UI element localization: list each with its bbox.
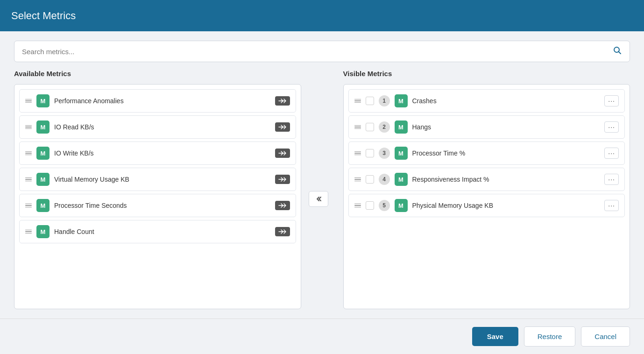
available-metric-item[interactable]: M IO Write KB/s bbox=[19, 142, 296, 165]
visible-metrics-title: Visible Metrics bbox=[343, 70, 630, 79]
available-metric-item[interactable]: M Processor Time Seconds bbox=[19, 194, 296, 217]
drag-handle bbox=[25, 125, 32, 129]
metric-order-number: 4 bbox=[379, 174, 390, 185]
search-bar bbox=[14, 41, 630, 62]
metric-icon: M bbox=[395, 173, 408, 186]
visible-metric-item[interactable]: 1 M Crashes ··· bbox=[348, 89, 625, 113]
drag-handle bbox=[25, 151, 32, 156]
metric-order-number: 3 bbox=[379, 148, 390, 159]
drag-handle bbox=[354, 125, 361, 129]
available-metrics-list: M Performance Anomalies M IO Read KB/s bbox=[14, 84, 301, 309]
move-to-visible-button[interactable] bbox=[275, 149, 290, 158]
more-options-button[interactable]: ··· bbox=[604, 148, 619, 159]
drag-handle bbox=[25, 230, 32, 234]
more-options-button[interactable]: ··· bbox=[604, 200, 619, 211]
metric-icon: M bbox=[395, 199, 408, 212]
drag-handle bbox=[25, 177, 32, 182]
metric-order-number: 2 bbox=[379, 121, 390, 133]
available-metrics-title: Available Metrics bbox=[14, 70, 301, 79]
drag-handle bbox=[354, 151, 361, 156]
metric-icon: M bbox=[395, 94, 408, 107]
metric-name: Crashes bbox=[412, 97, 600, 105]
move-to-visible-button[interactable] bbox=[275, 96, 290, 106]
metric-icon: M bbox=[36, 225, 50, 238]
metric-order-number: 1 bbox=[379, 95, 390, 106]
modal-header: Select Metrics bbox=[0, 0, 644, 31]
move-to-visible-button[interactable] bbox=[275, 175, 290, 184]
move-to-visible-button[interactable] bbox=[275, 227, 290, 236]
search-icon bbox=[613, 46, 622, 57]
available-metrics-column: Available Metrics M Performance Anomalie… bbox=[14, 70, 301, 309]
available-metric-item[interactable]: M Virtual Memory Usage KB bbox=[19, 168, 296, 191]
more-options-button[interactable]: ··· bbox=[604, 121, 619, 133]
more-options-button[interactable]: ··· bbox=[604, 174, 619, 185]
drag-handle bbox=[25, 204, 32, 208]
metric-name: Performance Anomalies bbox=[54, 97, 270, 105]
metric-name: Hangs bbox=[412, 123, 600, 131]
modal-footer: Save Restore Cancel bbox=[0, 319, 644, 354]
available-metric-item[interactable]: M Performance Anomalies bbox=[19, 89, 296, 113]
move-left-button[interactable] bbox=[309, 191, 328, 207]
metric-checkbox[interactable] bbox=[366, 175, 374, 184]
metric-checkbox[interactable] bbox=[366, 201, 374, 210]
drag-handle bbox=[354, 204, 361, 208]
metric-icon: M bbox=[395, 147, 408, 160]
modal-container: Select Metrics Available Metrics bbox=[0, 0, 644, 354]
metric-icon: M bbox=[36, 94, 50, 107]
metric-name: Processor Time % bbox=[412, 149, 600, 157]
metric-name: IO Write KB/s bbox=[54, 149, 270, 157]
visible-metric-item[interactable]: 3 M Processor Time % ··· bbox=[348, 142, 625, 165]
metric-checkbox[interactable] bbox=[366, 97, 374, 105]
metric-icon: M bbox=[36, 147, 50, 160]
more-options-button[interactable]: ··· bbox=[604, 95, 619, 106]
metric-name: Virtual Memory Usage KB bbox=[54, 176, 270, 183]
metric-checkbox[interactable] bbox=[366, 123, 374, 131]
move-to-visible-button[interactable] bbox=[275, 122, 290, 132]
metric-icon: M bbox=[36, 199, 50, 212]
metric-icon: M bbox=[36, 173, 50, 186]
metric-name: Responsiveness Impact % bbox=[412, 176, 600, 183]
search-input[interactable] bbox=[22, 48, 609, 56]
modal-title: Select Metrics bbox=[11, 10, 76, 22]
visible-metric-item[interactable]: 4 M Responsiveness Impact % ··· bbox=[348, 168, 625, 191]
middle-controls bbox=[301, 70, 336, 309]
restore-button[interactable]: Restore bbox=[524, 326, 576, 347]
cancel-button[interactable]: Cancel bbox=[581, 326, 630, 347]
visible-metrics-list: 1 M Crashes ··· 2 M Hangs ··· 3 M bbox=[343, 84, 630, 309]
visible-metric-item[interactable]: 5 M Physical Memory Usage KB ··· bbox=[348, 194, 625, 217]
metric-icon: M bbox=[36, 120, 50, 134]
available-metric-item[interactable]: M IO Read KB/s bbox=[19, 115, 296, 139]
drag-handle bbox=[354, 99, 361, 103]
drag-handle bbox=[354, 177, 361, 182]
metric-name: Handle Count bbox=[54, 228, 270, 235]
metric-name: Physical Memory Usage KB bbox=[412, 202, 600, 209]
metric-name: Processor Time Seconds bbox=[54, 202, 270, 209]
visible-metrics-column: Visible Metrics 1 M Crashes ··· 2 M Han bbox=[343, 70, 630, 309]
visible-metric-item[interactable]: 2 M Hangs ··· bbox=[348, 115, 625, 139]
metric-checkbox[interactable] bbox=[366, 149, 374, 157]
drag-handle bbox=[25, 99, 32, 103]
available-metric-item[interactable]: M Handle Count bbox=[19, 220, 296, 243]
move-to-visible-button[interactable] bbox=[275, 201, 290, 210]
columns-area: Available Metrics M Performance Anomalie… bbox=[14, 70, 630, 309]
metric-icon: M bbox=[395, 120, 408, 134]
metric-order-number: 5 bbox=[379, 200, 390, 211]
save-button[interactable]: Save bbox=[472, 327, 518, 346]
metric-name: IO Read KB/s bbox=[54, 123, 270, 131]
modal-body: Available Metrics M Performance Anomalie… bbox=[0, 31, 644, 319]
